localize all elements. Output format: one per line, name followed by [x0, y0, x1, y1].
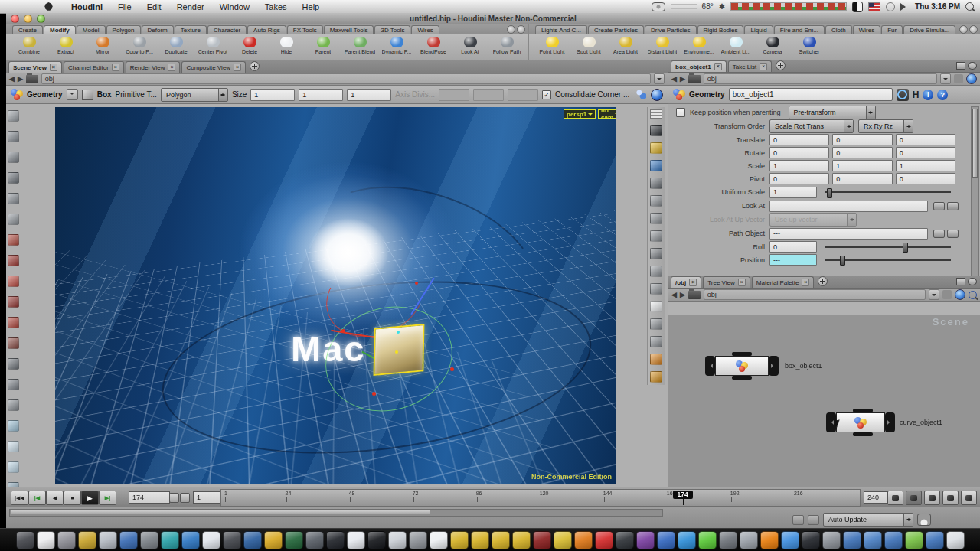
dock-app-icon-39[interactable] [802, 531, 820, 549]
op-target-button[interactable] [897, 89, 909, 101]
dock-app-icon-5[interactable] [99, 531, 117, 549]
current-frame-badge[interactable]: 174 [673, 491, 693, 499]
menu-item-window[interactable]: Window [212, 2, 257, 12]
viewport-tool-icon-15[interactable] [8, 399, 19, 411]
dock-app-icon-40[interactable] [822, 531, 841, 549]
shelf-tool-center-pivot[interactable]: Center Pivot [194, 35, 231, 60]
viewport-tool-icon-5[interactable] [8, 193, 19, 204]
display-option-icon-13[interactable] [650, 336, 662, 347]
new-tab-button[interactable] [818, 276, 828, 286]
close-tab-icon[interactable]: × [234, 64, 241, 71]
shelf-tab-3d-tools[interactable]: 3D Tools [374, 25, 410, 34]
shelf-tab-fire-and-sm[interactable]: Fire and Sm... [774, 25, 825, 34]
dock-app-icon-22[interactable] [450, 531, 469, 549]
frame-decrement-button[interactable]: − [169, 493, 179, 503]
dock-app-icon-34[interactable] [698, 531, 717, 549]
dock-app-icon-23[interactable] [471, 531, 489, 549]
display-option-icon-14[interactable] [650, 354, 662, 365]
dock-app-icon-43[interactable] [884, 531, 903, 549]
camera-select-label[interactable]: no cam [598, 109, 616, 119]
dock-app-icon-3[interactable] [57, 531, 76, 549]
info-button[interactable]: i [923, 90, 933, 100]
network-tab-tree-view[interactable]: Tree View× [703, 276, 750, 288]
camera-status-icon[interactable] [652, 2, 665, 11]
dock-app-icon-4[interactable] [78, 531, 96, 549]
path-dropdown-icon[interactable] [654, 73, 665, 84]
translate-field-y[interactable]: 0 [832, 134, 892, 145]
snap-options-icon[interactable] [636, 90, 646, 99]
audio-toggle-button[interactable] [942, 491, 959, 505]
shelf-tool-combine[interactable]: Combine [11, 35, 47, 60]
display-menu-icon[interactable] [852, 2, 863, 12]
handle-dot-left[interactable] [341, 329, 345, 333]
playbar-extra-button[interactable] [961, 491, 977, 505]
loop-mode-button[interactable] [924, 491, 940, 505]
pretransform-dropdown[interactable]: Pre-transform [789, 106, 876, 119]
rotate-field-y[interactable]: 0 [832, 147, 892, 158]
update-mode-dropdown[interactable]: Auto Update [823, 513, 913, 527]
consolidate-checkbox[interactable]: ✓ [542, 90, 551, 99]
realtime-toggle-button[interactable] [906, 491, 922, 505]
display-option-icon-7[interactable] [650, 230, 662, 242]
close-tab-icon[interactable]: × [112, 64, 119, 71]
viewport-tool-icon-10[interactable] [8, 296, 19, 308]
shelf-tab-create[interactable]: Create [12, 25, 43, 34]
shelf-tool-mirror[interactable]: Mirror [84, 35, 121, 60]
node-output-connector[interactable] [732, 376, 752, 380]
toolbar-grip[interactable] [650, 109, 662, 119]
timeline-hscrollbar[interactable] [9, 509, 663, 517]
path-field[interactable]: obj [41, 73, 651, 84]
parameter-scrollbar[interactable] [971, 106, 979, 289]
shelf-tool-look-at[interactable]: Look At [452, 35, 488, 60]
shelf-tool-follow-path[interactable]: Follow Path [488, 35, 525, 60]
menu-item-edit[interactable]: Edit [139, 2, 169, 12]
dock-app-icon-20[interactable] [409, 531, 427, 549]
dock-app-icon-18[interactable] [368, 531, 386, 549]
shelf-tab-deform[interactable]: Deform [142, 25, 174, 34]
shelf-tab-cloth[interactable]: Cloth [825, 25, 852, 34]
position-field[interactable]: --- [769, 254, 817, 266]
network-tab-obj[interactable]: /obj× [671, 276, 701, 288]
dock-app-icon-33[interactable] [678, 531, 696, 549]
nav-back-icon[interactable]: ◀ [671, 75, 677, 83]
size-x-field[interactable]: 1 [250, 89, 295, 101]
frame-increment-button[interactable]: + [180, 493, 190, 503]
path-dropdown-icon[interactable] [929, 289, 939, 300]
dock-app-icon-36[interactable] [740, 531, 758, 549]
viewport-tool-icon-4[interactable] [8, 172, 19, 184]
dock-app-icon-6[interactable] [119, 531, 138, 549]
dock-app-icon-46[interactable] [946, 531, 965, 549]
path-object-field[interactable]: --- [769, 228, 928, 240]
op-jump-icon[interactable] [947, 202, 959, 210]
shelf-scroll-left-button[interactable] [959, 25, 968, 34]
viewport-tool-icon-9[interactable] [8, 276, 19, 287]
transform-order-dropdown[interactable]: Scale Rot Trans [769, 119, 854, 133]
path-folder-icon[interactable] [26, 75, 38, 83]
pane-maximize-icon[interactable] [956, 278, 965, 285]
scale-field-z[interactable]: 1 [896, 160, 956, 171]
size-y-field[interactable]: 1 [299, 89, 343, 101]
start-frame-field[interactable]: 1 [193, 491, 222, 504]
dock-app-icon-25[interactable] [512, 531, 531, 549]
network-tab-material-palette[interactable]: Material Palette× [752, 276, 815, 288]
context-menu-button[interactable] [67, 89, 78, 100]
viewport-tool-icon-17[interactable] [8, 441, 19, 452]
pin-pane-icon[interactable] [942, 290, 952, 299]
op-jump-icon[interactable] [947, 230, 959, 238]
shelf-tab-maxwell-tools[interactable]: Maxwell Tools [324, 25, 374, 34]
dock-app-icon-42[interactable] [864, 531, 882, 549]
menu-item-houdini[interactable]: Houdini [64, 2, 110, 12]
dock-app-icon-38[interactable] [781, 531, 799, 549]
dock-app-icon-10[interactable] [202, 531, 220, 549]
shelf-scroll-left-button[interactable] [507, 25, 515, 34]
display-option-icon-4[interactable] [650, 178, 662, 189]
close-tab-icon[interactable]: × [714, 63, 722, 70]
dock-app-icon-16[interactable] [326, 531, 345, 549]
uniform-scale-slider[interactable] [825, 191, 951, 193]
persp-view-label[interactable]: persp1 [564, 109, 596, 119]
prev-key-button[interactable]: |◀ [28, 491, 46, 505]
dock-app-icon-9[interactable] [181, 531, 200, 549]
dock-app-icon-24[interactable] [492, 531, 510, 549]
keep-position-checkbox[interactable] [676, 108, 685, 117]
play-button[interactable]: ▶ [81, 491, 99, 505]
